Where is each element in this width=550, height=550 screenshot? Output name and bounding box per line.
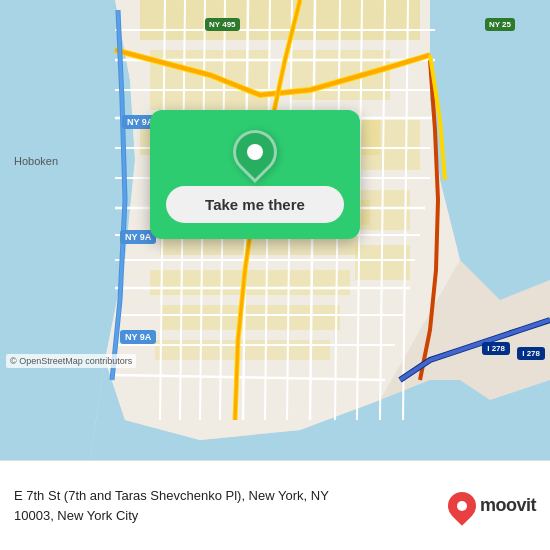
location-popup: Take me there (150, 110, 360, 239)
svg-rect-0 (140, 0, 420, 40)
ny25-badge: NY 25 (485, 18, 515, 31)
i278-badge-1: I 278 (482, 342, 510, 355)
info-bar: E 7th St (7th and Taras Shevchenko Pl), … (0, 460, 550, 550)
ny9a-badge-3: NY 9A (120, 330, 156, 344)
moovit-pin-icon (442, 486, 482, 526)
hoboken-label: Hoboken (14, 155, 58, 167)
map-area: Hoboken NY 495 NY 9A NY 9A NY 9A NY 25 I… (0, 0, 550, 460)
app-container: Hoboken NY 495 NY 9A NY 9A NY 9A NY 25 I… (0, 0, 550, 460)
i278-badge-2: I 278 (517, 347, 545, 360)
osm-attribution: © OpenStreetMap contributors (6, 354, 136, 368)
address-container: E 7th St (7th and Taras Shevchenko Pl), … (14, 486, 448, 525)
moovit-logo: moovit (448, 492, 536, 520)
ny495-badge: NY 495 (205, 18, 240, 31)
take-me-there-button[interactable]: Take me there (166, 186, 344, 223)
svg-rect-7 (150, 270, 350, 295)
svg-rect-8 (160, 305, 340, 330)
location-pin-icon (224, 121, 286, 183)
address-line2: 10003, New York City (14, 506, 448, 526)
moovit-brand-text: moovit (480, 495, 536, 516)
address-line1: E 7th St (7th and Taras Shevchenko Pl), … (14, 486, 448, 506)
